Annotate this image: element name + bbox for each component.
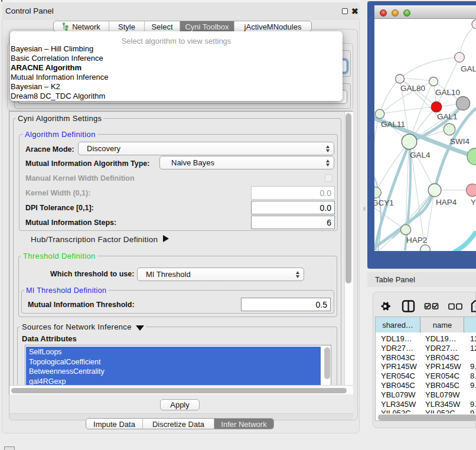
svg-text:GAL7: GAL7 [461, 64, 476, 73]
svg-text:HAP4: HAP4 [436, 198, 457, 207]
svg-text:SWI4: SWI4 [450, 137, 470, 146]
svg-text:GAL80: GAL80 [400, 84, 425, 93]
svg-text:HAP2: HAP2 [406, 236, 427, 244]
svg-text:Y: Y [471, 198, 476, 207]
svg-text:GCY1: GCY1 [374, 198, 394, 207]
svg-text:GAL11: GAL11 [381, 120, 405, 129]
svg-text:GAL1: GAL1 [437, 112, 458, 121]
svg-text:GAL10: GAL10 [435, 88, 460, 97]
svg-text:GAL4: GAL4 [410, 151, 431, 159]
